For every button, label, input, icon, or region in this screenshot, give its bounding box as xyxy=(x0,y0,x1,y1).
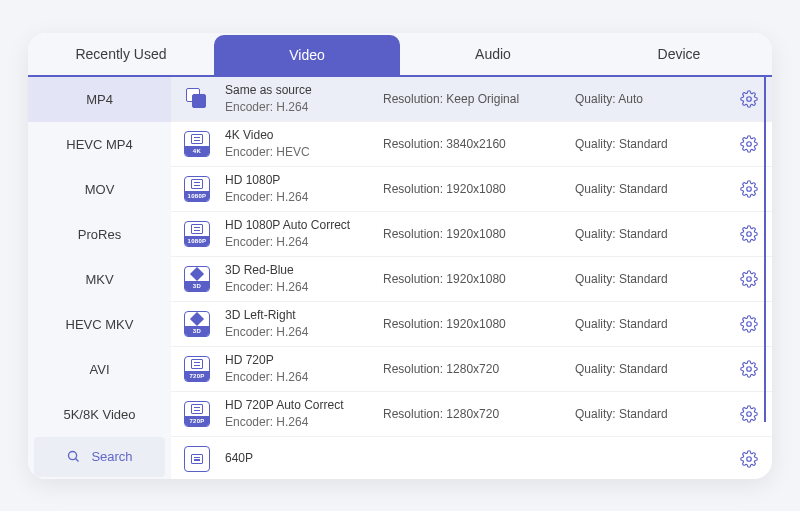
preset-quality: Quality: Standard xyxy=(575,227,740,241)
preset-format-icon: 720P xyxy=(181,398,213,430)
svg-point-10 xyxy=(747,456,752,461)
scroll-indicator-right[interactable] xyxy=(764,77,766,422)
preset-text: 4K VideoEncoder: HEVC xyxy=(225,127,383,159)
preset-text: 3D Left-RightEncoder: H.264 xyxy=(225,307,383,339)
preset-encoder: Encoder: H.264 xyxy=(225,279,383,295)
svg-point-2 xyxy=(747,96,752,101)
preset-text: HD 1080PEncoder: H.264 xyxy=(225,172,383,204)
preset-text: 640P xyxy=(225,450,383,466)
preset-resolution: Resolution: 1920x1080 xyxy=(383,182,575,196)
preset-row[interactable]: Same as sourceEncoder: H.264Resolution: … xyxy=(171,77,772,122)
sidebar-item-prores[interactable]: ProRes xyxy=(28,212,171,257)
svg-point-3 xyxy=(747,141,752,146)
preset-quality: Quality: Standard xyxy=(575,317,740,331)
tab-audio[interactable]: Audio xyxy=(400,33,586,75)
preset-format-icon xyxy=(181,83,213,115)
preset-quality: Quality: Standard xyxy=(575,272,740,286)
preset-row[interactable]: 3D3D Left-RightEncoder: H.264Resolution:… xyxy=(171,302,772,347)
preset-settings-button[interactable] xyxy=(740,315,758,333)
preset-settings-button[interactable] xyxy=(740,360,758,378)
sidebar-item-avi[interactable]: AVI xyxy=(28,347,171,392)
preset-settings-button[interactable] xyxy=(740,405,758,423)
preset-title: 640P xyxy=(225,450,383,466)
preset-row[interactable]: 1080PHD 1080PEncoder: H.264Resolution: 1… xyxy=(171,167,772,212)
preset-encoder: Encoder: H.264 xyxy=(225,99,383,115)
preset-quality: Quality: Standard xyxy=(575,137,740,151)
svg-point-6 xyxy=(747,276,752,281)
sidebar-item-5k8k[interactable]: 5K/8K Video xyxy=(28,392,171,437)
preset-format-icon: 3D xyxy=(181,308,213,340)
svg-point-9 xyxy=(747,411,752,416)
tab-device[interactable]: Device xyxy=(586,33,772,75)
tab-video[interactable]: Video xyxy=(214,35,400,75)
preset-resolution: Resolution: 1920x1080 xyxy=(383,227,575,241)
preset-resolution: Resolution: 1280x720 xyxy=(383,362,575,376)
preset-title: 4K Video xyxy=(225,127,383,143)
svg-point-4 xyxy=(747,186,752,191)
preset-list[interactable]: Same as sourceEncoder: H.264Resolution: … xyxy=(171,77,772,479)
preset-text: 3D Red-BlueEncoder: H.264 xyxy=(225,262,383,294)
preset-format-icon: 720P xyxy=(181,353,213,385)
search-label: Search xyxy=(91,449,132,464)
svg-point-0 xyxy=(69,452,77,460)
category-tabs: Recently Used Video Audio Device xyxy=(28,33,772,77)
preset-format-icon: 1080P xyxy=(181,218,213,250)
preset-title: HD 720P Auto Correct xyxy=(225,397,383,413)
sidebar-item-hevc-mp4[interactable]: HEVC MP4 xyxy=(28,122,171,167)
preset-title: Same as source xyxy=(225,82,383,98)
body: MP4 HEVC MP4 MOV ProRes MKV HEVC MKV AVI… xyxy=(28,77,772,479)
format-sidebar: MP4 HEVC MP4 MOV ProRes MKV HEVC MKV AVI… xyxy=(28,77,171,479)
preset-format-icon: 1080P xyxy=(181,173,213,205)
sidebar-item-mkv[interactable]: MKV xyxy=(28,257,171,302)
preset-settings-button[interactable] xyxy=(740,135,758,153)
preset-format-icon: 3D xyxy=(181,263,213,295)
preset-encoder: Encoder: H.264 xyxy=(225,324,383,340)
preset-text: HD 720P Auto CorrectEncoder: H.264 xyxy=(225,397,383,429)
svg-point-8 xyxy=(747,366,752,371)
preset-format-icon: 4K xyxy=(181,128,213,160)
preset-settings-button[interactable] xyxy=(740,180,758,198)
svg-point-7 xyxy=(747,321,752,326)
preset-quality: Quality: Standard xyxy=(575,362,740,376)
preset-resolution: Resolution: Keep Original xyxy=(383,92,575,106)
sidebar-item-mp4[interactable]: MP4 xyxy=(28,77,171,122)
search-icon xyxy=(66,449,81,464)
preset-encoder: Encoder: H.264 xyxy=(225,189,383,205)
preset-encoder: Encoder: H.264 xyxy=(225,234,383,250)
preset-row[interactable]: 720PHD 720P Auto CorrectEncoder: H.264Re… xyxy=(171,392,772,437)
preset-text: HD 720PEncoder: H.264 xyxy=(225,352,383,384)
preset-encoder: Encoder: H.264 xyxy=(225,414,383,430)
preset-text: Same as sourceEncoder: H.264 xyxy=(225,82,383,114)
sidebar-item-mov[interactable]: MOV xyxy=(28,167,171,212)
search-input[interactable]: Search xyxy=(34,437,165,477)
preset-quality: Quality: Standard xyxy=(575,182,740,196)
preset-title: 3D Red-Blue xyxy=(225,262,383,278)
preset-settings-button[interactable] xyxy=(740,225,758,243)
preset-title: HD 1080P Auto Correct xyxy=(225,217,383,233)
preset-encoder: Encoder: H.264 xyxy=(225,369,383,385)
preset-resolution: Resolution: 1920x1080 xyxy=(383,272,575,286)
preset-row[interactable]: 3D3D Red-BlueEncoder: H.264Resolution: 1… xyxy=(171,257,772,302)
preset-resolution: Resolution: 1280x720 xyxy=(383,407,575,421)
preset-title: 3D Left-Right xyxy=(225,307,383,323)
format-picker-window: Recently Used Video Audio Device MP4 HEV… xyxy=(28,33,772,479)
tab-recently-used[interactable]: Recently Used xyxy=(28,33,214,75)
sidebar-item-hevc-mkv[interactable]: HEVC MKV xyxy=(28,302,171,347)
preset-quality: Quality: Auto xyxy=(575,92,740,106)
preset-row[interactable]: 720PHD 720PEncoder: H.264Resolution: 128… xyxy=(171,347,772,392)
preset-title: HD 1080P xyxy=(225,172,383,188)
preset-quality: Quality: Standard xyxy=(575,407,740,421)
preset-encoder: Encoder: HEVC xyxy=(225,144,383,160)
preset-resolution: Resolution: 3840x2160 xyxy=(383,137,575,151)
preset-resolution: Resolution: 1920x1080 xyxy=(383,317,575,331)
preset-row[interactable]: 640P xyxy=(171,437,772,479)
svg-point-5 xyxy=(747,231,752,236)
preset-settings-button[interactable] xyxy=(740,450,758,468)
preset-format-icon xyxy=(181,443,213,475)
preset-settings-button[interactable] xyxy=(740,90,758,108)
svg-line-1 xyxy=(76,459,79,462)
preset-row[interactable]: 1080PHD 1080P Auto CorrectEncoder: H.264… xyxy=(171,212,772,257)
preset-text: HD 1080P Auto CorrectEncoder: H.264 xyxy=(225,217,383,249)
preset-row[interactable]: 4K4K VideoEncoder: HEVCResolution: 3840x… xyxy=(171,122,772,167)
preset-settings-button[interactable] xyxy=(740,270,758,288)
